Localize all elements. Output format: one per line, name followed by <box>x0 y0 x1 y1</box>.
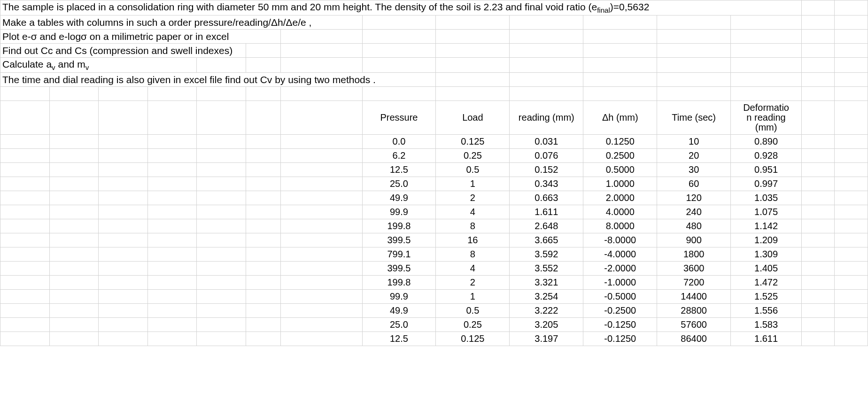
cell-time[interactable]: 1800 <box>657 247 731 262</box>
cell-blank[interactable] <box>0 135 50 149</box>
cell-load[interactable]: 8 <box>436 219 510 233</box>
cell-reading[interactable]: 3.552 <box>510 262 583 276</box>
cell-blank[interactable] <box>281 304 362 318</box>
cell-blank[interactable] <box>99 247 148 262</box>
instr-line-6[interactable]: The time and dial reading is also given … <box>0 73 436 87</box>
cell-blank[interactable] <box>835 73 868 87</box>
cell-blank[interactable] <box>99 135 148 149</box>
cell-time[interactable]: 14400 <box>657 290 731 304</box>
table-row[interactable]: 25.010.3431.0000600.997 <box>0 177 868 191</box>
cell-blank[interactable] <box>281 177 362 191</box>
cell-blank[interactable] <box>835 0 868 15</box>
cell-blank[interactable] <box>197 135 246 149</box>
cell-blank[interactable] <box>281 58 362 73</box>
cell-blank[interactable] <box>731 15 802 30</box>
cell-blank[interactable] <box>281 332 362 346</box>
cell-load[interactable]: 2 <box>436 276 510 290</box>
cell-blank[interactable] <box>197 101 246 135</box>
cell-blank[interactable] <box>657 15 731 30</box>
cell-blank[interactable] <box>802 191 835 205</box>
cell-blank[interactable] <box>246 44 281 58</box>
table-row[interactable]: 6.20.250.0760.2500200.928 <box>0 149 868 163</box>
cell-blank[interactable] <box>197 304 246 318</box>
table-row[interactable]: 25.00.253.205-0.1250576001.583 <box>0 318 868 332</box>
cell-blank[interactable] <box>246 149 281 163</box>
cell-blank[interactable] <box>197 191 246 205</box>
cell-pressure[interactable]: 0.0 <box>362 135 436 149</box>
cell-blank[interactable] <box>835 177 868 191</box>
cell-deformation[interactable]: 0.928 <box>731 149 802 163</box>
cell-blank[interactable] <box>147 262 197 276</box>
cell-blank[interactable] <box>281 191 362 205</box>
cell-blank[interactable] <box>246 304 281 318</box>
cell-reading[interactable]: 3.254 <box>510 290 583 304</box>
cell-pressure[interactable]: 6.2 <box>362 149 436 163</box>
cell-blank[interactable] <box>147 318 197 332</box>
cell-blank[interactable] <box>281 276 362 290</box>
cell-blank[interactable] <box>197 332 246 346</box>
cell-time[interactable]: 480 <box>657 219 731 233</box>
cell-blank[interactable] <box>835 15 868 30</box>
cell-blank[interactable] <box>835 276 868 290</box>
cell-blank[interactable] <box>835 44 868 58</box>
cell-blank[interactable] <box>147 276 197 290</box>
cell-blank[interactable] <box>802 219 835 233</box>
cell-blank[interactable] <box>657 30 731 44</box>
col-header-reading[interactable]: reading (mm) <box>510 101 583 135</box>
cell-blank[interactable] <box>147 247 197 262</box>
cell-blank[interactable] <box>0 290 50 304</box>
cell-blank[interactable] <box>49 219 99 233</box>
cell-deformation[interactable]: 1.035 <box>731 191 802 205</box>
cell-blank[interactable] <box>835 318 868 332</box>
cell-blank[interactable] <box>197 58 246 73</box>
cell-time[interactable]: 60 <box>657 177 731 191</box>
cell-reading[interactable]: 3.592 <box>510 247 583 262</box>
cell-time[interactable]: 20 <box>657 149 731 163</box>
cell-blank[interactable] <box>835 149 868 163</box>
cell-blank[interactable] <box>510 15 583 30</box>
cell-pressure[interactable]: 199.8 <box>362 219 436 233</box>
cell-blank[interactable] <box>835 332 868 346</box>
cell-reading[interactable]: 0.152 <box>510 163 583 177</box>
cell-blank[interactable] <box>246 219 281 233</box>
cell-time[interactable]: 7200 <box>657 276 731 290</box>
cell-blank[interactable] <box>436 73 510 87</box>
cell-blank[interactable] <box>99 191 148 205</box>
cell-blank[interactable] <box>99 163 148 177</box>
cell-blank[interactable] <box>147 219 197 233</box>
cell-blank[interactable] <box>99 304 148 318</box>
cell-deformation[interactable]: 0.997 <box>731 177 802 191</box>
cell-blank[interactable] <box>835 304 868 318</box>
cell-time[interactable]: 30 <box>657 163 731 177</box>
cell-blank[interactable] <box>246 318 281 332</box>
cell-deformation[interactable]: 1.472 <box>731 276 802 290</box>
cell-blank[interactable] <box>835 219 868 233</box>
cell-blank[interactable] <box>147 233 197 247</box>
cell-blank[interactable] <box>0 191 50 205</box>
cell-blank[interactable] <box>0 233 50 247</box>
col-header-deformation[interactable]: Deformation reading(mm) <box>731 101 802 135</box>
cell-time[interactable]: 57600 <box>657 318 731 332</box>
cell-blank[interactable] <box>0 318 50 332</box>
cell-deformation[interactable]: 0.890 <box>731 135 802 149</box>
cell-blank[interactable] <box>802 233 835 247</box>
cell-reading[interactable]: 3.321 <box>510 276 583 290</box>
table-row[interactable]: 399.5163.665-8.00009001.209 <box>0 233 868 247</box>
cell-blank[interactable] <box>281 247 362 262</box>
cell-blank[interactable] <box>49 262 99 276</box>
cell-blank[interactable] <box>436 44 510 58</box>
cell-deformation[interactable]: 0.951 <box>731 163 802 177</box>
table-row[interactable]: 49.90.53.222-0.2500288001.556 <box>0 304 868 318</box>
table-row[interactable]: 799.183.592-4.000018001.309 <box>0 247 868 262</box>
instr-line-4[interactable]: Find out Cc and Cs (compression and swel… <box>0 44 246 58</box>
cell-dh[interactable]: 4.0000 <box>583 205 657 219</box>
cell-pressure[interactable]: 99.9 <box>362 205 436 219</box>
cell-blank[interactable] <box>246 290 281 304</box>
cell-blank[interactable] <box>281 290 362 304</box>
table-row[interactable]: 0.00.1250.0310.1250100.890 <box>0 135 868 149</box>
cell-blank[interactable] <box>802 318 835 332</box>
cell-blank[interactable] <box>99 219 148 233</box>
cell-time[interactable]: 120 <box>657 191 731 205</box>
cell-dh[interactable]: 0.5000 <box>583 163 657 177</box>
cell-blank[interactable] <box>731 58 802 73</box>
